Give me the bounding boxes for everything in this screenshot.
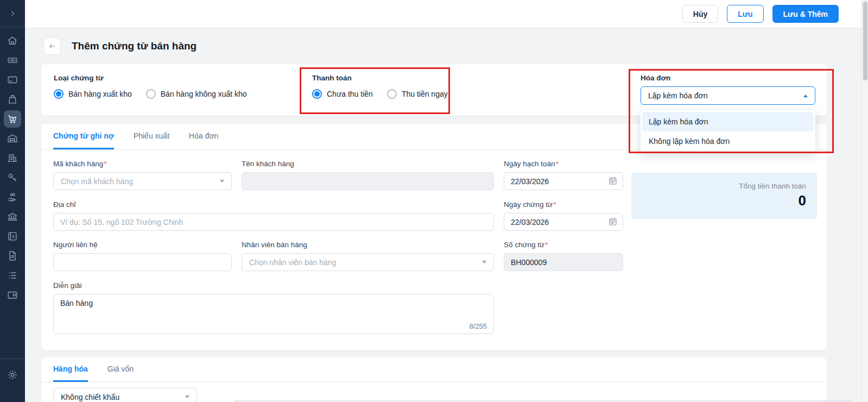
wallet-icon	[7, 289, 18, 301]
tab-gia-von[interactable]: Giá vốn	[107, 357, 134, 382]
sidebar-item-wallet[interactable]	[4, 286, 21, 304]
shopping-cart-icon	[7, 113, 18, 125]
sidebar-item-safe[interactable]: $	[4, 228, 21, 245]
contact-person-input[interactable]	[53, 253, 232, 271]
building-icon	[7, 152, 18, 164]
radio-unchecked-icon	[146, 89, 156, 99]
items-card: Hàng hóa Giá vốn Không chiết khấu	[41, 357, 827, 402]
caret-down-icon	[220, 180, 224, 183]
save-and-add-button[interactable]: Lưu & Thêm	[772, 5, 839, 23]
calendar-icon[interactable]	[608, 217, 618, 227]
document-date-field: Ngày chứng từ*	[504, 200, 623, 231]
customer-name-input	[242, 172, 494, 190]
shopping-bag-icon	[7, 93, 18, 105]
total-amount-box: Tổng tiền thanh toán 0	[631, 173, 817, 219]
app-screen: $ H	[0, 0, 868, 402]
cancel-button[interactable]: Hủy	[682, 5, 718, 23]
invoice-label: Hóa đơn	[641, 74, 815, 82]
customer-code-select[interactable]: Chọn mã khách hàng	[53, 172, 232, 190]
payment-label: Thanh toán	[312, 74, 448, 82]
svg-text:$: $	[12, 234, 14, 239]
document-date-input[interactable]	[504, 213, 623, 231]
sidebar-item-bank[interactable]	[4, 208, 21, 225]
address-input[interactable]	[53, 213, 494, 231]
tab-chung-tu-ghi-no[interactable]: Chứng từ ghi nợ	[53, 124, 114, 149]
total-amount-value: 0	[631, 192, 806, 209]
contact-person-field: Người liên hệ	[53, 241, 232, 271]
sidebar-item-sales[interactable]	[4, 110, 21, 128]
total-amount-label: Tổng tiền thanh toán	[631, 182, 806, 190]
cash-register-icon	[7, 54, 18, 66]
sidebar-item-home[interactable]	[4, 32, 21, 49]
hand-coins-icon	[7, 191, 18, 203]
doc-type-label: Loại chứng từ	[54, 74, 247, 82]
document-number-input	[504, 253, 623, 271]
doc-type-group: Loại chứng từ Bán hàng xuất kho Bán hàng…	[54, 74, 247, 99]
home-icon	[7, 35, 18, 47]
description-field: Diễn giải Bán hàng 8/255	[53, 281, 494, 334]
list-icon	[7, 269, 18, 281]
sidebar: $	[0, 0, 25, 402]
discount-select[interactable]: Không chiết khấu	[53, 388, 197, 402]
key-icon	[7, 172, 18, 184]
sidebar-item-warehouse[interactable]	[4, 130, 21, 147]
sidebar-item-document[interactable]	[4, 247, 21, 265]
form-card: Chứng từ ghi nợ Phiếu xuất Hóa đơn Mã kh…	[41, 124, 827, 350]
customer-code-field: Mã khách hàng* Chọn mã khách hàng	[53, 160, 232, 190]
sidebar-settings[interactable]	[0, 359, 25, 402]
caret-down-icon	[185, 395, 189, 398]
caret-down-icon	[482, 261, 486, 263]
document-icon	[7, 250, 18, 262]
customer-name-field: Tên khách hàng	[242, 160, 494, 190]
invoice-dropdown-panel: Lập kèm hóa đơn Không lập kèm hóa đơn	[641, 110, 815, 153]
bank-icon	[7, 211, 18, 223]
sidebar-item-hand-coins[interactable]	[4, 189, 21, 206]
warehouse-icon	[7, 133, 18, 145]
back-button[interactable]	[43, 37, 61, 55]
vertical-scrollbar[interactable]	[861, 0, 868, 402]
sidebar-item-key[interactable]	[4, 169, 21, 186]
posting-date-field: Ngày hạch toán*	[504, 160, 623, 190]
radio-thu-tien-ngay[interactable]: Thu tiền ngay	[387, 89, 448, 99]
tab-phieu-xuat[interactable]: Phiếu xuất	[134, 124, 169, 149]
items-tabs: Hàng hóa Giá vốn	[41, 357, 827, 382]
char-counter: 8/255	[469, 322, 487, 330]
invoice-select[interactable]: Lập kèm hóa đơn	[641, 86, 815, 105]
radio-chua-thu-tien[interactable]: Chưa thu tiền	[312, 89, 373, 99]
invoice-group: Hóa đơn Lập kèm hóa đơn	[641, 74, 815, 105]
caret-up-icon	[803, 95, 808, 97]
sales-employee-field: Nhân viên bán hàng Chọn nhân viên bán hà…	[242, 241, 494, 271]
radio-ban-hang-khong-xuat-kho[interactable]: Bán hàng không xuất kho	[146, 89, 247, 99]
credit-card-icon	[7, 74, 18, 86]
page-title: Thêm chứng từ bán hàng	[72, 40, 197, 52]
tab-hang-hoa[interactable]: Hàng hóa	[53, 357, 88, 382]
document-number-field: Số chứng từ*	[504, 241, 623, 271]
arrow-left-icon	[47, 41, 57, 51]
sales-employee-select[interactable]: Chọn nhân viên bán hàng	[242, 253, 494, 271]
sidebar-item-list[interactable]	[4, 267, 21, 284]
table-top-edge	[233, 400, 852, 401]
dropdown-option-khong-lap-kem-hoa-don[interactable]: Không lập kèm hóa đơn	[642, 131, 814, 151]
radio-unchecked-icon	[387, 89, 397, 99]
sidebar-item-cash-register[interactable]	[4, 52, 21, 69]
topbar: Hủy Lưu Lưu & Thêm	[25, 0, 861, 28]
calendar-icon[interactable]	[608, 176, 618, 186]
radio-checked-icon	[54, 89, 64, 99]
gear-icon	[7, 369, 18, 381]
address-field: Địa chỉ	[53, 200, 494, 231]
chevron-right-icon	[8, 9, 17, 18]
scrollbar-thumb[interactable]	[863, 2, 867, 80]
sidebar-expand-button[interactable]	[0, 0, 25, 27]
radio-ban-hang-xuat-kho[interactable]: Bán hàng xuất kho	[54, 89, 132, 99]
tab-hoa-don[interactable]: Hóa đơn	[189, 124, 218, 149]
sidebar-nav: $	[0, 27, 25, 359]
dropdown-option-lap-kem-hoa-don[interactable]: Lập kèm hóa đơn	[642, 112, 814, 131]
radio-checked-icon	[312, 89, 322, 99]
save-button[interactable]: Lưu	[727, 5, 763, 23]
posting-date-input[interactable]	[504, 172, 623, 190]
sidebar-item-credit-card[interactable]	[4, 71, 21, 89]
payment-group: Thanh toán Chưa thu tiền Thu tiền ngay	[312, 74, 448, 99]
description-textarea[interactable]: Bán hàng 8/255	[53, 294, 494, 334]
sidebar-item-building[interactable]	[4, 149, 21, 167]
sidebar-item-shopping-bag[interactable]	[4, 91, 21, 108]
